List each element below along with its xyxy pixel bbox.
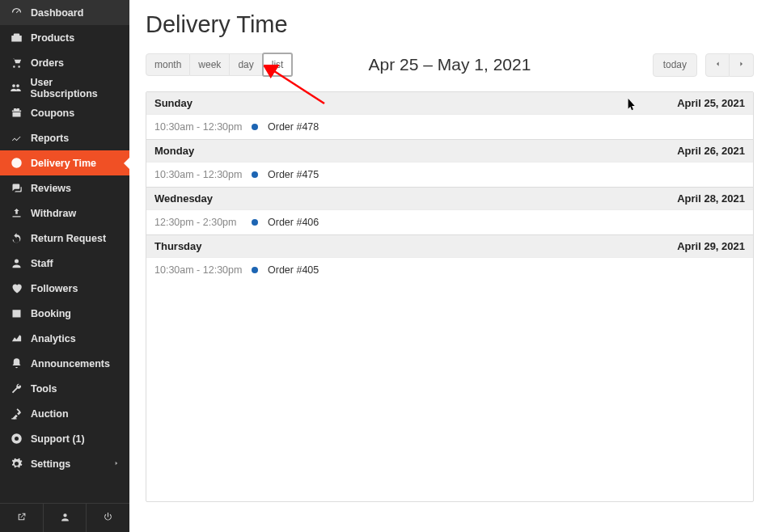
sidebar-item-announcements[interactable]: Announcements xyxy=(0,351,129,376)
sidebar-item-label: Return Request xyxy=(31,233,106,244)
day-header: Thursday April 29, 2021 xyxy=(146,234,753,257)
day-date: April 28, 2021 xyxy=(677,192,745,205)
sidebar-item-label: Announcements xyxy=(31,358,110,369)
power-icon xyxy=(103,511,113,526)
sidebar-item-label: Withdraw xyxy=(31,208,76,219)
sidebar-item-label: Settings xyxy=(31,458,70,470)
view-day-button[interactable]: day xyxy=(230,53,262,76)
event-time: 12:30pm - 2:30pm xyxy=(154,217,252,228)
event-row[interactable]: 10:30am - 12:30pm Order #475 xyxy=(146,162,753,187)
prev-button[interactable] xyxy=(705,53,730,77)
profile-button[interactable] xyxy=(44,504,87,532)
date-range: Apr 25 – May 1, 2021 xyxy=(369,55,531,74)
sidebar-item-label: Support (1) xyxy=(31,433,85,445)
sidebar-item-label: Analytics xyxy=(31,333,76,344)
day-header: Monday April 26, 2021 xyxy=(146,139,753,162)
sidebar-item-staff[interactable]: Staff xyxy=(0,251,129,276)
page-title: Delivery Time xyxy=(146,11,754,38)
day-name: Wednesday xyxy=(154,192,213,205)
wrench-icon xyxy=(10,382,23,395)
view-switcher: month week day list xyxy=(146,53,292,76)
sidebar-item-label: User Subscriptions xyxy=(30,77,120,99)
event-time: 10:30am - 12:30pm xyxy=(154,264,252,276)
comments-icon xyxy=(10,182,23,195)
sidebar-item-label: Auction xyxy=(31,408,69,420)
sidebar-item-user-subscriptions[interactable]: User Subscriptions xyxy=(0,75,129,100)
sidebar-item-dashboard[interactable]: Dashboard xyxy=(0,0,129,25)
day-date: April 25, 2021 xyxy=(677,97,745,109)
main-content: Delivery Time month week day list Apr 25… xyxy=(129,0,770,532)
chevron-right-icon xyxy=(113,458,120,470)
undo-icon xyxy=(10,232,23,245)
day-header: Sunday April 25, 2021 xyxy=(146,92,753,114)
user-icon xyxy=(60,511,70,526)
sidebar-item-reviews[interactable]: Reviews xyxy=(0,175,129,201)
briefcase-icon xyxy=(10,32,23,44)
event-dot-icon xyxy=(252,267,258,273)
sidebar-item-analytics[interactable]: Analytics xyxy=(0,326,129,351)
sidebar-item-return-request[interactable]: Return Request xyxy=(0,226,129,251)
sidebar-item-delivery-time[interactable]: Delivery Time xyxy=(0,150,129,175)
sidebar-item-label: Orders xyxy=(31,57,64,69)
chevron-right-icon xyxy=(738,59,745,71)
sidebar-item-followers[interactable]: Followers xyxy=(0,276,129,301)
event-dot-icon xyxy=(252,219,258,226)
sidebar-item-label: Reports xyxy=(31,133,69,144)
sidebar-item-label: Products xyxy=(31,32,74,44)
sidebar-item-label: Staff xyxy=(31,258,53,269)
sidebar-item-coupons[interactable]: Coupons xyxy=(0,100,129,125)
date-nav-arrows xyxy=(705,53,754,77)
sidebar-item-support[interactable]: Support (1) xyxy=(0,426,129,451)
view-week-button[interactable]: week xyxy=(190,53,230,76)
life-ring-icon xyxy=(10,433,23,445)
visit-store-button[interactable] xyxy=(0,504,44,532)
sidebar-item-label: Followers xyxy=(31,283,78,294)
day-date: April 26, 2021 xyxy=(677,145,745,157)
event-row[interactable]: 12:30pm - 2:30pm Order #406 xyxy=(146,209,753,234)
day-header: Wednesday April 28, 2021 xyxy=(146,187,753,209)
next-button[interactable] xyxy=(730,53,754,77)
sidebar-item-label: Booking xyxy=(31,308,71,319)
user-icon xyxy=(10,257,23,270)
event-row[interactable]: 10:30am - 12:30pm Order #478 xyxy=(146,114,753,139)
heart-icon xyxy=(10,282,23,295)
logout-button[interactable] xyxy=(87,504,129,532)
sidebar-item-withdraw[interactable]: Withdraw xyxy=(0,201,129,226)
day-name: Thursday xyxy=(154,240,202,252)
view-list-button[interactable]: list xyxy=(262,53,294,77)
sidebar-item-orders[interactable]: Orders xyxy=(0,50,129,75)
sidebar-item-booking[interactable]: Booking xyxy=(0,301,129,326)
day-name: Monday xyxy=(154,145,194,157)
sidebar-item-products[interactable]: Products xyxy=(0,25,129,50)
upload-icon xyxy=(10,207,23,220)
users-icon xyxy=(10,82,22,95)
chevron-left-icon xyxy=(714,59,721,71)
chart-icon xyxy=(10,132,23,145)
calendar-nav: today xyxy=(653,53,754,77)
clock-icon xyxy=(10,157,23,170)
sidebar-item-label: Coupons xyxy=(31,108,74,119)
view-month-button[interactable]: month xyxy=(146,53,190,76)
event-time: 10:30am - 12:30pm xyxy=(154,121,252,133)
calendar-list: Sunday April 25, 2021 10:30am - 12:30pm … xyxy=(146,91,754,502)
calendar-icon xyxy=(10,307,23,320)
cog-icon xyxy=(10,458,23,471)
sidebar-item-settings[interactable]: Settings xyxy=(0,451,129,476)
sidebar-item-tools[interactable]: Tools xyxy=(0,376,129,401)
event-time: 10:30am - 12:30pm xyxy=(154,169,252,180)
event-title: Order #475 xyxy=(268,169,319,180)
today-button[interactable]: today xyxy=(653,53,697,77)
event-row[interactable]: 10:30am - 12:30pm Order #405 xyxy=(146,257,753,282)
gift-icon xyxy=(10,107,23,120)
event-title: Order #405 xyxy=(268,264,319,276)
sidebar-item-reports[interactable]: Reports xyxy=(0,125,129,150)
event-title: Order #406 xyxy=(268,217,319,228)
sidebar-item-label: Reviews xyxy=(31,183,71,194)
event-dot-icon xyxy=(252,171,258,178)
day-date: April 29, 2021 xyxy=(677,240,745,252)
area-chart-icon xyxy=(10,332,23,345)
gavel-icon xyxy=(10,407,23,420)
sidebar-item-label: Tools xyxy=(31,383,57,395)
sidebar-item-auction[interactable]: Auction xyxy=(0,401,129,426)
calendar-toolbar: month week day list Apr 25 – May 1, 2021… xyxy=(146,53,754,77)
